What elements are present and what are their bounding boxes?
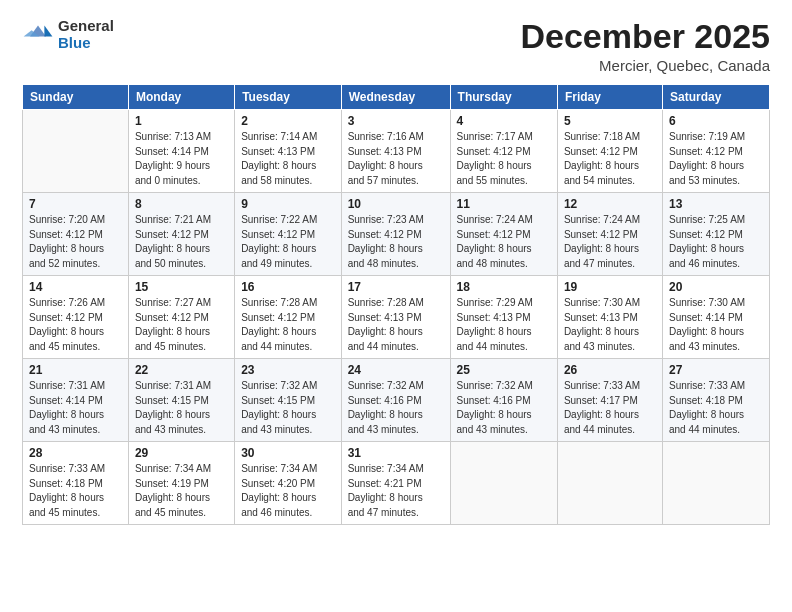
day-info: Sunrise: 7:34 AMSunset: 4:19 PMDaylight:… [135,462,228,520]
col-monday: Monday [128,85,234,110]
calendar-cell: 7Sunrise: 7:20 AMSunset: 4:12 PMDaylight… [23,193,129,276]
day-number: 31 [348,446,444,460]
col-sunday: Sunday [23,85,129,110]
calendar-table: Sunday Monday Tuesday Wednesday Thursday… [22,84,770,525]
logo: General Blue [22,18,114,51]
day-info: Sunrise: 7:32 AMSunset: 4:15 PMDaylight:… [241,379,335,437]
calendar-header-row: Sunday Monday Tuesday Wednesday Thursday… [23,85,770,110]
col-thursday: Thursday [450,85,557,110]
day-number: 7 [29,197,122,211]
calendar-cell: 4Sunrise: 7:17 AMSunset: 4:12 PMDaylight… [450,110,557,193]
calendar-cell: 11Sunrise: 7:24 AMSunset: 4:12 PMDayligh… [450,193,557,276]
day-info: Sunrise: 7:31 AMSunset: 4:14 PMDaylight:… [29,379,122,437]
day-number: 5 [564,114,656,128]
month-title: December 2025 [520,18,770,55]
calendar-week-row: 21Sunrise: 7:31 AMSunset: 4:14 PMDayligh… [23,359,770,442]
day-number: 26 [564,363,656,377]
day-info: Sunrise: 7:33 AMSunset: 4:18 PMDaylight:… [669,379,763,437]
calendar-cell: 24Sunrise: 7:32 AMSunset: 4:16 PMDayligh… [341,359,450,442]
day-number: 2 [241,114,335,128]
day-number: 25 [457,363,551,377]
logo-icon [22,19,54,51]
day-number: 16 [241,280,335,294]
calendar-cell: 10Sunrise: 7:23 AMSunset: 4:12 PMDayligh… [341,193,450,276]
logo-general-label: General [58,18,114,35]
calendar-week-row: 14Sunrise: 7:26 AMSunset: 4:12 PMDayligh… [23,276,770,359]
day-info: Sunrise: 7:34 AMSunset: 4:21 PMDaylight:… [348,462,444,520]
calendar-week-row: 7Sunrise: 7:20 AMSunset: 4:12 PMDaylight… [23,193,770,276]
day-info: Sunrise: 7:30 AMSunset: 4:13 PMDaylight:… [564,296,656,354]
day-number: 21 [29,363,122,377]
day-number: 4 [457,114,551,128]
day-number: 8 [135,197,228,211]
calendar-cell: 12Sunrise: 7:24 AMSunset: 4:12 PMDayligh… [557,193,662,276]
day-number: 28 [29,446,122,460]
day-info: Sunrise: 7:28 AMSunset: 4:12 PMDaylight:… [241,296,335,354]
col-tuesday: Tuesday [235,85,342,110]
logo-blue-label: Blue [58,35,114,52]
header: General Blue December 2025 Mercier, Queb… [22,18,770,74]
day-number: 18 [457,280,551,294]
calendar-cell [450,442,557,525]
day-info: Sunrise: 7:32 AMSunset: 4:16 PMDaylight:… [348,379,444,437]
day-info: Sunrise: 7:20 AMSunset: 4:12 PMDaylight:… [29,213,122,271]
day-number: 14 [29,280,122,294]
day-info: Sunrise: 7:19 AMSunset: 4:12 PMDaylight:… [669,130,763,188]
calendar-cell: 29Sunrise: 7:34 AMSunset: 4:19 PMDayligh… [128,442,234,525]
day-info: Sunrise: 7:14 AMSunset: 4:13 PMDaylight:… [241,130,335,188]
day-number: 1 [135,114,228,128]
day-number: 6 [669,114,763,128]
day-number: 29 [135,446,228,460]
calendar-cell: 2Sunrise: 7:14 AMSunset: 4:13 PMDaylight… [235,110,342,193]
day-info: Sunrise: 7:30 AMSunset: 4:14 PMDaylight:… [669,296,763,354]
day-number: 19 [564,280,656,294]
calendar-week-row: 1Sunrise: 7:13 AMSunset: 4:14 PMDaylight… [23,110,770,193]
day-info: Sunrise: 7:22 AMSunset: 4:12 PMDaylight:… [241,213,335,271]
calendar-cell: 13Sunrise: 7:25 AMSunset: 4:12 PMDayligh… [662,193,769,276]
calendar-cell: 5Sunrise: 7:18 AMSunset: 4:12 PMDaylight… [557,110,662,193]
day-info: Sunrise: 7:21 AMSunset: 4:12 PMDaylight:… [135,213,228,271]
day-number: 20 [669,280,763,294]
day-number: 15 [135,280,228,294]
day-info: Sunrise: 7:24 AMSunset: 4:12 PMDaylight:… [564,213,656,271]
day-info: Sunrise: 7:33 AMSunset: 4:18 PMDaylight:… [29,462,122,520]
calendar-week-row: 28Sunrise: 7:33 AMSunset: 4:18 PMDayligh… [23,442,770,525]
calendar-cell: 6Sunrise: 7:19 AMSunset: 4:12 PMDaylight… [662,110,769,193]
calendar-cell: 26Sunrise: 7:33 AMSunset: 4:17 PMDayligh… [557,359,662,442]
day-info: Sunrise: 7:23 AMSunset: 4:12 PMDaylight:… [348,213,444,271]
calendar-cell: 22Sunrise: 7:31 AMSunset: 4:15 PMDayligh… [128,359,234,442]
day-info: Sunrise: 7:28 AMSunset: 4:13 PMDaylight:… [348,296,444,354]
calendar-cell: 27Sunrise: 7:33 AMSunset: 4:18 PMDayligh… [662,359,769,442]
day-number: 30 [241,446,335,460]
day-number: 12 [564,197,656,211]
col-friday: Friday [557,85,662,110]
col-wednesday: Wednesday [341,85,450,110]
day-info: Sunrise: 7:16 AMSunset: 4:13 PMDaylight:… [348,130,444,188]
day-number: 9 [241,197,335,211]
day-number: 22 [135,363,228,377]
calendar-cell: 18Sunrise: 7:29 AMSunset: 4:13 PMDayligh… [450,276,557,359]
day-info: Sunrise: 7:31 AMSunset: 4:15 PMDaylight:… [135,379,228,437]
calendar-cell: 19Sunrise: 7:30 AMSunset: 4:13 PMDayligh… [557,276,662,359]
logo-text: General Blue [58,18,114,51]
calendar-cell: 30Sunrise: 7:34 AMSunset: 4:20 PMDayligh… [235,442,342,525]
calendar-cell: 14Sunrise: 7:26 AMSunset: 4:12 PMDayligh… [23,276,129,359]
calendar-cell [23,110,129,193]
calendar-cell: 25Sunrise: 7:32 AMSunset: 4:16 PMDayligh… [450,359,557,442]
col-saturday: Saturday [662,85,769,110]
day-info: Sunrise: 7:17 AMSunset: 4:12 PMDaylight:… [457,130,551,188]
calendar-cell: 17Sunrise: 7:28 AMSunset: 4:13 PMDayligh… [341,276,450,359]
day-number: 23 [241,363,335,377]
calendar-cell: 31Sunrise: 7:34 AMSunset: 4:21 PMDayligh… [341,442,450,525]
day-number: 27 [669,363,763,377]
svg-marker-0 [44,25,52,36]
calendar-cell: 15Sunrise: 7:27 AMSunset: 4:12 PMDayligh… [128,276,234,359]
calendar-cell: 16Sunrise: 7:28 AMSunset: 4:12 PMDayligh… [235,276,342,359]
calendar-cell: 8Sunrise: 7:21 AMSunset: 4:12 PMDaylight… [128,193,234,276]
day-number: 11 [457,197,551,211]
calendar-cell: 9Sunrise: 7:22 AMSunset: 4:12 PMDaylight… [235,193,342,276]
calendar-cell: 3Sunrise: 7:16 AMSunset: 4:13 PMDaylight… [341,110,450,193]
day-number: 24 [348,363,444,377]
title-block: December 2025 Mercier, Quebec, Canada [520,18,770,74]
day-number: 13 [669,197,763,211]
